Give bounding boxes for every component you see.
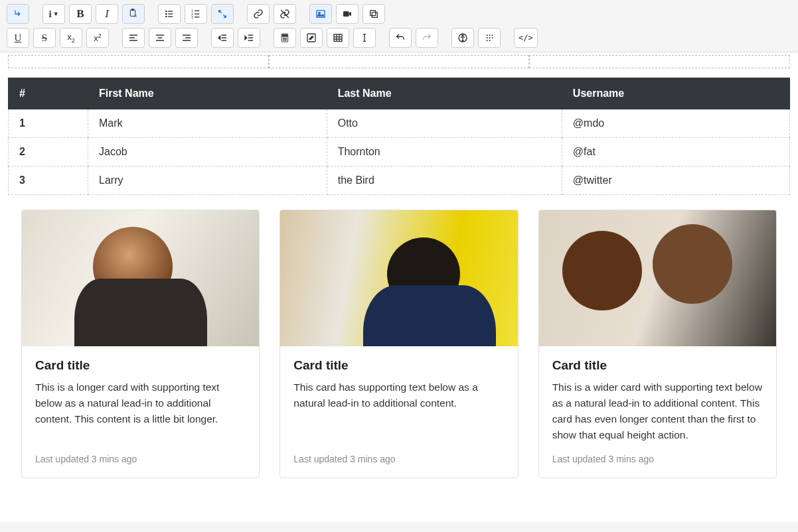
card-image (280, 210, 517, 346)
table-row[interactable]: 3 Larry the Bird @twitter (9, 166, 790, 195)
image-icon[interactable] (309, 4, 332, 24)
svg-point-22 (284, 38, 285, 38)
align-right-icon[interactable] (175, 28, 198, 48)
redo-icon[interactable] (416, 28, 438, 48)
cell-user[interactable]: @mdo (562, 109, 789, 138)
svg-point-24 (283, 40, 283, 40)
svg-point-36 (489, 40, 491, 41)
editable-cell[interactable] (269, 55, 530, 68)
card-title: Card title (293, 358, 504, 373)
cell-first[interactable]: Jacob (88, 138, 327, 166)
card-image (22, 210, 259, 346)
editable-cell[interactable] (529, 55, 790, 68)
cell-first[interactable]: Mark (88, 109, 327, 138)
unordered-list-icon[interactable] (158, 4, 181, 24)
col-last-name: Last Name (327, 78, 562, 109)
align-left-icon[interactable] (122, 28, 145, 48)
card-deck: Card title This is a longer card with su… (8, 210, 790, 478)
edit-icon[interactable] (300, 28, 323, 48)
svg-point-32 (487, 37, 488, 38)
svg-rect-28 (334, 34, 342, 42)
svg-point-26 (285, 40, 286, 40)
svg-rect-18 (370, 11, 376, 16)
copy-icon[interactable] (362, 4, 385, 24)
cell-last[interactable]: Thornton (327, 138, 562, 166)
cell-user[interactable]: @fat (562, 138, 789, 166)
italic-icon[interactable]: I (96, 4, 118, 24)
outdent-icon[interactable] (211, 28, 234, 48)
code-view-icon[interactable]: </> (514, 28, 538, 48)
svg-point-23 (285, 38, 286, 38)
ordered-list-icon[interactable]: 123 (185, 4, 207, 24)
card[interactable]: Card title This is a wider card with sup… (538, 210, 777, 478)
data-table[interactable]: # First Name Last Name Username 1 Mark O… (8, 78, 790, 195)
svg-text:3: 3 (191, 16, 193, 19)
svg-rect-7 (168, 16, 173, 17)
svg-rect-9 (195, 11, 199, 11)
cell-user[interactable]: @twitter (562, 166, 789, 195)
accessibility-icon[interactable] (451, 28, 474, 48)
svg-point-4 (165, 13, 167, 15)
calculator-icon[interactable] (274, 28, 296, 48)
unlink-icon[interactable] (274, 4, 296, 24)
video-icon[interactable] (336, 4, 359, 24)
editor-content[interactable]: # First Name Last Name Username 1 Mark O… (0, 52, 798, 522)
superscript-icon[interactable]: x2 (86, 28, 109, 48)
card-meta: Last updated 3 mins ago (552, 454, 763, 464)
svg-rect-20 (283, 34, 287, 36)
braille-icon[interactable] (478, 28, 501, 48)
expand-icon[interactable] (211, 4, 234, 24)
info-dropdown-icon[interactable]: i▼ (42, 4, 65, 24)
cell-first[interactable]: Larry (88, 166, 327, 195)
underline-icon[interactable]: U (7, 28, 29, 48)
svg-rect-17 (372, 12, 377, 17)
table-row[interactable]: 1 Mark Otto @mdo (9, 109, 790, 138)
card[interactable]: Card title This is a longer card with su… (21, 210, 260, 478)
svg-point-38 (492, 37, 493, 38)
editable-placeholder-row[interactable] (8, 52, 790, 71)
strikethrough-icon[interactable]: S (33, 28, 56, 48)
cell-last[interactable]: Otto (327, 109, 562, 138)
svg-rect-5 (168, 13, 173, 14)
cell-index[interactable]: 1 (9, 109, 88, 138)
card-text: This is a longer card with supporting te… (35, 379, 246, 443)
svg-point-33 (487, 40, 488, 41)
card-meta: Last updated 3 mins ago (293, 454, 504, 464)
svg-point-31 (487, 34, 488, 36)
indent-icon[interactable] (238, 28, 260, 48)
svg-point-34 (489, 34, 491, 36)
undo-icon[interactable] (389, 28, 412, 48)
col-first-name: First Name (88, 78, 327, 109)
table-row[interactable]: 2 Jacob Thornton @fat (9, 138, 790, 166)
card-image (539, 210, 776, 346)
cell-index[interactable]: 2 (9, 138, 88, 166)
card-title: Card title (35, 358, 246, 373)
table-header-row: # First Name Last Name Username (9, 78, 790, 109)
subscript-icon[interactable]: x2 (60, 28, 82, 48)
svg-rect-1 (131, 9, 133, 11)
bold-icon[interactable]: B (69, 4, 92, 24)
card[interactable]: Card title This card has supporting text… (279, 210, 518, 478)
text-cursor-icon[interactable] (353, 28, 376, 48)
paste-special-icon[interactable] (122, 4, 145, 24)
cell-index[interactable]: 3 (9, 166, 88, 195)
card-body: Card title This card has supporting text… (280, 346, 517, 478)
col-username: Username (562, 78, 789, 109)
link-icon[interactable] (247, 4, 270, 24)
editor-toolbar: i▼ B I 123 (0, 0, 798, 52)
align-center-icon[interactable] (149, 28, 171, 48)
svg-rect-11 (195, 13, 199, 14)
svg-rect-16 (343, 11, 349, 17)
toolbar-row-2: U S x2 x2 (7, 28, 791, 48)
svg-point-25 (284, 40, 285, 40)
toolbar-row-1: i▼ B I 123 (7, 4, 791, 24)
editable-cell[interactable] (8, 55, 269, 68)
svg-point-21 (283, 38, 283, 38)
card-meta: Last updated 3 mins ago (35, 454, 246, 464)
svg-point-30 (462, 35, 463, 36)
card-text: This card has supporting text below as a… (293, 379, 504, 443)
cell-last[interactable]: the Bird (327, 166, 562, 195)
table-icon[interactable] (327, 28, 349, 48)
svg-point-2 (165, 11, 167, 13)
arrow-down-left-icon[interactable] (7, 4, 29, 24)
